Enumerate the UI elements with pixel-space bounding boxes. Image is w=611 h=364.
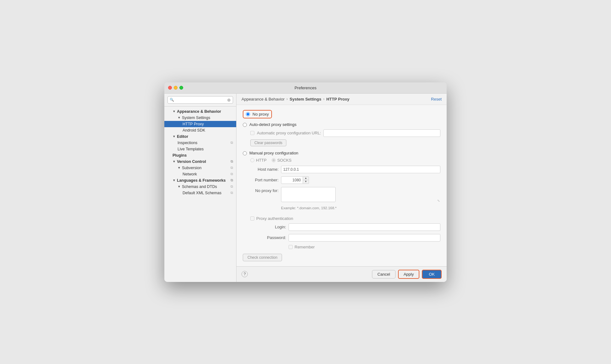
titlebar: Preferences xyxy=(164,82,447,94)
clear-passwords-button[interactable]: Clear passwords xyxy=(250,139,286,146)
http-protocol-option[interactable]: HTTP xyxy=(250,158,267,163)
password-label: Password: xyxy=(258,235,286,240)
window-title: Preferences xyxy=(295,86,316,90)
sidebar-item-network[interactable]: Network ⧉ xyxy=(164,171,236,177)
content-panel: Appearance & Behavior › System Settings … xyxy=(236,94,447,282)
auto-proxy-url-input[interactable] xyxy=(323,129,440,137)
form-area: No proxy Auto-detect proxy settings Auto… xyxy=(236,105,447,266)
manual-proxy-option: Manual proxy configuration xyxy=(243,151,440,155)
arrow-icon: ▼ xyxy=(173,110,176,113)
host-name-label: Host name: xyxy=(250,167,279,172)
arrow-icon: ▼ xyxy=(173,179,176,182)
copy-icon: ⧉ xyxy=(231,191,233,195)
minimize-button[interactable] xyxy=(174,86,178,90)
clear-search-icon[interactable]: ⊗ xyxy=(227,97,231,102)
sidebar-item-http-proxy[interactable]: HTTP Proxy xyxy=(164,121,236,127)
search-bar: 🔍 HTTP ⊗ xyxy=(164,94,236,107)
sidebar-item-plugins[interactable]: Plugins xyxy=(164,152,236,159)
bottom-bar: ? Cancel Apply OK xyxy=(236,266,447,282)
sidebar-item-version-control[interactable]: ▼ Version Control ⧉ xyxy=(164,159,236,165)
arrow-icon: ▼ xyxy=(178,166,181,169)
no-proxy-for-row: No proxy for: ⤡ xyxy=(250,187,440,203)
copy-icon: ⧉ xyxy=(231,159,233,164)
ok-button[interactable]: OK xyxy=(422,270,442,279)
copy-icon: ⧉ xyxy=(231,178,233,182)
reset-button[interactable]: Reset xyxy=(431,97,442,101)
expand-icon[interactable]: ⤡ xyxy=(437,199,440,202)
cancel-button[interactable]: Cancel xyxy=(372,270,395,278)
auto-detect-label[interactable]: Auto-detect proxy settings xyxy=(249,122,296,127)
no-proxy-for-wrapper: ⤡ xyxy=(281,187,440,203)
no-proxy-for-label: No proxy for: xyxy=(250,187,279,193)
auto-detect-option: Auto-detect proxy settings xyxy=(243,122,440,127)
host-name-row: Host name: xyxy=(250,166,440,173)
check-connection-button[interactable]: Check connection xyxy=(243,254,282,261)
arrow-icon: ▼ xyxy=(178,185,181,188)
port-decrement-button[interactable]: ▼ xyxy=(303,180,309,184)
manual-proxy-radio[interactable] xyxy=(243,151,247,155)
auto-proxy-url-label: Automatic proxy configuration URL: xyxy=(257,131,321,135)
http-protocol-radio[interactable] xyxy=(250,158,254,162)
login-row: Login: xyxy=(258,223,440,231)
no-proxy-for-input[interactable] xyxy=(281,187,336,202)
sidebar-item-system-settings[interactable]: ▼ System Settings xyxy=(164,115,236,121)
socks-protocol-option[interactable]: SOCKS xyxy=(272,158,292,163)
sidebar-item-subversion[interactable]: ▼ Subversion ⧉ xyxy=(164,165,236,171)
remember-row: Remember xyxy=(289,245,440,249)
sidebar-item-appearance-behavior[interactable]: ▼ Appearance & Behavior xyxy=(164,108,236,115)
search-input[interactable]: HTTP xyxy=(175,98,226,102)
port-stepper: ▲ ▼ xyxy=(303,176,309,184)
copy-icon: ⧉ xyxy=(231,141,233,145)
help-button[interactable]: ? xyxy=(242,271,248,277)
sidebar-item-languages-frameworks[interactable]: ▼ Languages & Frameworks ⧉ xyxy=(164,177,236,184)
apply-button[interactable]: Apply xyxy=(398,270,420,279)
port-input-wrapper: ▲ ▼ xyxy=(281,176,309,184)
copy-icon: ⧉ xyxy=(231,172,233,176)
socks-protocol-radio[interactable] xyxy=(272,158,276,162)
sidebar-item-editor[interactable]: ▼ Editor xyxy=(164,133,236,140)
sidebar-item-schemas-dtds[interactable]: ▼ Schemas and DTDs ⧉ xyxy=(164,184,236,190)
sidebar-item-live-templates[interactable]: Live Templates xyxy=(164,146,236,152)
breadcrumb-sep-1: › xyxy=(286,97,288,101)
maximize-button[interactable] xyxy=(179,86,183,90)
login-input[interactable] xyxy=(289,223,440,231)
no-proxy-box: No proxy xyxy=(243,110,272,118)
port-increment-button[interactable]: ▲ xyxy=(303,177,309,180)
copy-icon: ⧉ xyxy=(231,185,233,189)
proxy-auth-section: Proxy authentication Login: Pa xyxy=(250,216,440,249)
auto-proxy-url-row: Automatic proxy configuration URL: xyxy=(250,129,440,137)
host-name-input[interactable] xyxy=(281,166,440,173)
example-text: Example: *.domain.com, 192.168.* xyxy=(281,206,440,210)
breadcrumb: Appearance & Behavior › System Settings … xyxy=(236,94,447,105)
preferences-window: Preferences 🔍 HTTP ⊗ ▼ Appearance & Beha… xyxy=(164,82,447,282)
search-input-wrapper: 🔍 HTTP ⊗ xyxy=(167,96,233,104)
auto-proxy-url-checkbox[interactable] xyxy=(250,131,254,135)
traffic-lights xyxy=(168,86,183,90)
search-icon: 🔍 xyxy=(170,98,174,102)
manual-proxy-label[interactable]: Manual proxy configuration xyxy=(249,151,298,155)
breadcrumb-appearance: Appearance & Behavior xyxy=(242,97,284,101)
breadcrumb-system-settings: System Settings xyxy=(290,97,321,101)
arrow-icon: ▼ xyxy=(173,135,176,138)
sidebar-tree: ▼ Appearance & Behavior ▼ System Setting… xyxy=(164,107,236,282)
bottom-left: ? xyxy=(242,271,248,277)
http-label: HTTP xyxy=(256,158,267,163)
proxy-auth-checkbox[interactable] xyxy=(250,216,254,221)
port-number-input[interactable] xyxy=(281,176,303,184)
breadcrumb-http-proxy: HTTP Proxy xyxy=(326,97,349,101)
no-proxy-radio[interactable] xyxy=(246,112,250,116)
port-number-row: Port number: ▲ ▼ xyxy=(250,176,440,184)
main-content: 🔍 HTTP ⊗ ▼ Appearance & Behavior ▼ Syste… xyxy=(164,94,447,282)
manual-proxy-section: Manual proxy configuration HTTP SOCKS xyxy=(243,151,440,249)
close-button[interactable] xyxy=(168,86,172,90)
no-proxy-label[interactable]: No proxy xyxy=(252,112,269,117)
auto-detect-radio[interactable] xyxy=(243,123,247,127)
password-row: Password: xyxy=(258,234,440,242)
remember-label[interactable]: Remember xyxy=(295,245,315,249)
proxy-auth-label[interactable]: Proxy authentication xyxy=(256,216,293,221)
remember-checkbox[interactable] xyxy=(289,245,293,249)
sidebar-item-android-sdk[interactable]: Android SDK xyxy=(164,127,236,133)
password-input[interactable] xyxy=(289,234,440,242)
sidebar-item-inspections[interactable]: Inspections ⧉ xyxy=(164,140,236,146)
sidebar-item-default-xml-schemas[interactable]: Default XML Schemas ⧉ xyxy=(164,190,236,196)
